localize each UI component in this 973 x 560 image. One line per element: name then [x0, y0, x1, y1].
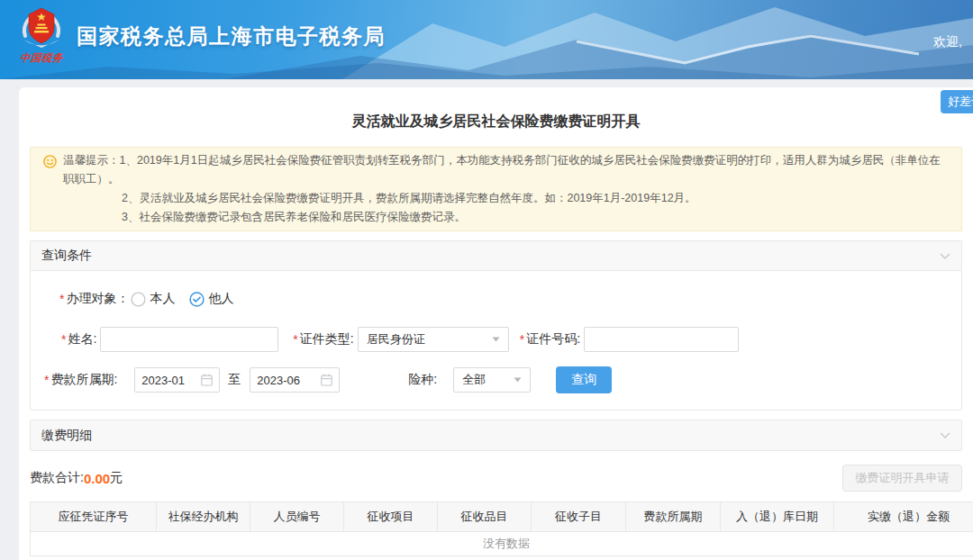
required-marker: *: [44, 373, 49, 387]
table-empty-message: 没有数据: [31, 532, 973, 555]
target-label: 办理对象：: [66, 291, 129, 307]
calendar-icon: [201, 374, 213, 386]
caret-down-icon: [514, 377, 522, 383]
payment-table: 应征凭证序号 社保经办机构 人员编号 征收项目 征收品目 征收子目 费款所属期 …: [30, 501, 973, 556]
notice-prefix: 温馨提示：: [63, 154, 120, 167]
insurance-label: 险种:: [408, 372, 437, 388]
site-header: 中国税务 国家税务总局上海市电子税务局 欢迎,: [0, 0, 973, 79]
smiley-icon: [43, 155, 57, 168]
insurance-value: 全部: [462, 372, 486, 388]
notice-text-1: 1、2019年1月1日起城乡居民社会保险费征管职责划转至税务部门，本功能支持税务…: [63, 154, 941, 185]
notice-line: 温馨提示：1、2019年1月1日起城乡居民社会保险费征管职责划转至税务部门，本功…: [63, 151, 950, 189]
total-value: 0.00: [84, 471, 110, 486]
notice-box: 温馨提示：1、2019年1月1日起城乡居民社会保险费征管职责划转至税务部门，本功…: [30, 147, 962, 231]
required-marker: *: [520, 332, 524, 347]
tax-emblem-icon: [19, 4, 64, 49]
required-marker: *: [293, 332, 297, 347]
query-section: 查询条件 * 办理对象： 本人: [30, 240, 962, 411]
column-header: 征收子目: [532, 502, 626, 531]
chevron-down-icon[interactable]: [940, 253, 950, 259]
search-button[interactable]: 查询: [556, 366, 612, 393]
required-marker: *: [59, 292, 64, 306]
total-row: 费款合计:0.00元 缴费证明开具申请: [30, 465, 962, 492]
caret-down-icon: [492, 337, 500, 342]
column-header: 人员编号: [250, 502, 344, 531]
radio-self[interactable]: 本人: [131, 291, 175, 307]
cert-no-label: 证件号码:: [526, 331, 580, 348]
query-section-title: 查询条件: [41, 248, 92, 264]
table-header-row: 应征凭证序号 社保经办机构 人员编号 征收项目 征收品目 征收子目 费款所属期 …: [31, 502, 973, 532]
period-start-input[interactable]: 2023-01: [134, 367, 220, 393]
cert-type-select[interactable]: 居民身份证: [358, 327, 509, 352]
column-header: 征收项目: [344, 502, 438, 531]
column-header: 入（退）库日期: [721, 502, 834, 531]
query-section-header[interactable]: 查询条件: [31, 241, 961, 271]
apply-certificate-button[interactable]: 缴费证明开具申请: [842, 465, 962, 492]
period-to-label: 至: [228, 372, 241, 388]
period-start-value: 2023-01: [141, 374, 185, 387]
notice-text-2: 2、灵活就业及城乡居民社会保险费缴费证明开具，费款所属期请选择完整自然年度。如：…: [122, 189, 950, 208]
radio-checked-icon: [189, 292, 205, 307]
page-title: 灵活就业及城乡居民社会保险费缴费证明开具: [19, 87, 973, 131]
insurance-select[interactable]: 全部: [453, 367, 531, 393]
column-header: 费款所属期: [626, 502, 721, 531]
logo-caption: 中国税务: [12, 51, 71, 65]
radio-other[interactable]: 他人: [189, 291, 233, 307]
radio-other-label: 他人: [208, 291, 233, 307]
period-end-input[interactable]: 2023-06: [250, 367, 340, 393]
content-panel: 好差评 灵活就业及城乡居民社会保险费缴费证明开具 温馨提示：1、2019年1月1…: [19, 87, 973, 560]
detail-section-header[interactable]: 缴费明细: [31, 420, 961, 450]
notice-text-3: 3、社会保险费缴费记录包含居民养老保险和居民医疗保险缴费记录。: [122, 208, 950, 227]
rating-button[interactable]: 好差评: [941, 90, 973, 113]
cert-no-input[interactable]: [584, 327, 739, 352]
column-header: 应征凭证序号: [31, 502, 157, 531]
query-form: * 办理对象： 本人 他人 * 姓名:: [31, 271, 961, 410]
calendar-icon: [321, 374, 332, 386]
column-header: 实缴（退）金额: [834, 502, 973, 531]
column-header: 社保经办机构: [157, 502, 250, 531]
total-unit: 元: [110, 470, 123, 486]
column-header: 征收品目: [438, 502, 532, 531]
period-end-value: 2023-06: [257, 374, 300, 387]
tax-bureau-logo: 中国税务: [13, 4, 70, 65]
required-marker: *: [61, 332, 66, 347]
site-title: 国家税务总局上海市电子税务局: [77, 23, 386, 50]
radio-unchecked-icon: [131, 292, 146, 307]
period-label: 费款所属期:: [50, 372, 117, 388]
detail-section-title: 缴费明细: [41, 428, 92, 444]
cert-type-value: 居民身份证: [367, 331, 425, 348]
name-input[interactable]: [100, 327, 278, 352]
detail-section: 缴费明细: [30, 420, 962, 451]
chevron-down-icon[interactable]: [940, 432, 950, 438]
welcome-text: 欢迎,: [933, 34, 962, 50]
name-label: 姓名:: [68, 331, 96, 348]
total-label: 费款合计:: [30, 470, 84, 486]
cert-type-label: 证件类型:: [300, 331, 354, 348]
radio-self-label: 本人: [150, 291, 175, 307]
